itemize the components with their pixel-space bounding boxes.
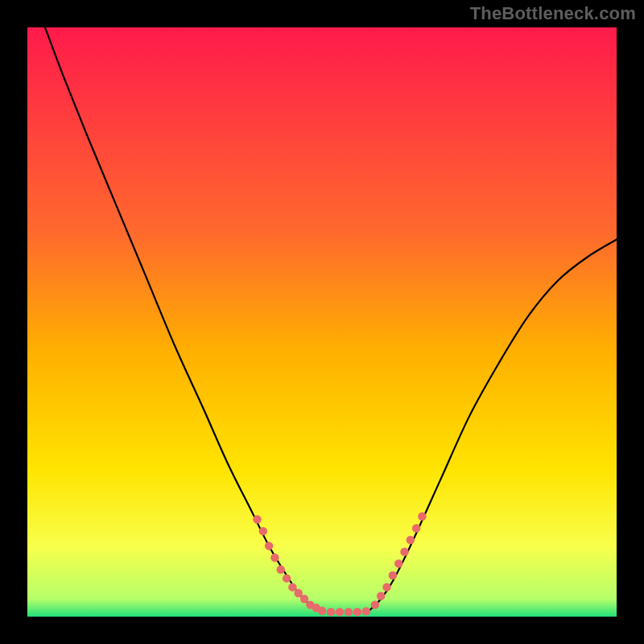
bottleneck-curve-chart — [27, 27, 617, 617]
gradient-background — [27, 27, 617, 617]
marker-dot — [362, 607, 370, 615]
marker-dot — [327, 608, 335, 616]
marker-dot — [277, 565, 285, 573]
watermark-label: TheBottleneck.com — [470, 3, 636, 24]
marker-dot — [345, 608, 353, 616]
marker-dot — [336, 608, 344, 616]
marker-dot — [283, 574, 291, 582]
marker-dot — [394, 559, 402, 568]
marker-dot — [270, 554, 279, 562]
marker-dot — [377, 592, 385, 600]
marker-dot — [412, 524, 420, 532]
marker-dot — [400, 547, 408, 555]
marker-dot — [318, 606, 326, 614]
chart-stage: TheBottleneck.com — [0, 0, 644, 644]
marker-dot — [259, 527, 267, 535]
marker-dot — [353, 608, 361, 616]
plot-area — [27, 27, 617, 617]
marker-dot — [418, 512, 426, 520]
marker-dot — [389, 572, 397, 580]
marker-dot — [382, 583, 390, 591]
marker-dot — [253, 515, 261, 523]
marker-dot — [407, 536, 415, 544]
marker-dot — [371, 601, 379, 609]
marker-dot — [265, 542, 273, 550]
